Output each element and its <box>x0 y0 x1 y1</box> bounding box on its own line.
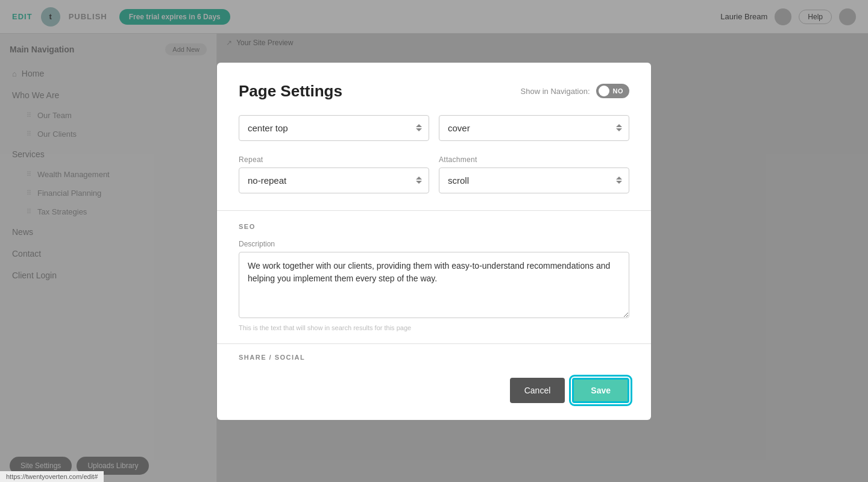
url-bar: https://twentyoverten.com/edit# <box>0 471 104 482</box>
repeat-select[interactable]: no-repeat repeat repeat-x repeat-y <box>239 167 429 193</box>
social-divider <box>217 343 651 344</box>
repeat-group: Repeat no-repeat repeat repeat-x repeat-… <box>239 155 429 193</box>
save-button[interactable]: Save <box>572 378 629 403</box>
description-label: Description <box>239 240 629 248</box>
modal-header: Page Settings Show in Navigation: NO <box>239 82 629 101</box>
modal-overlay[interactable]: Page Settings Show in Navigation: NO cen… <box>0 0 868 482</box>
cancel-button[interactable]: Cancel <box>510 378 565 403</box>
seo-label: SEO <box>239 223 629 230</box>
repeat-select-wrapper: no-repeat repeat repeat-x repeat-y <box>239 167 429 193</box>
attachment-select-wrapper: scroll fixed local <box>439 167 629 193</box>
modal-title: Page Settings <box>239 82 342 101</box>
description-hint: This is the text that will show in searc… <box>239 324 629 331</box>
attachment-label: Attachment <box>439 155 629 164</box>
description-textarea[interactable]: We work together with our clients, provi… <box>239 252 629 318</box>
toggle-knob <box>599 86 609 96</box>
show-in-navigation-toggle[interactable]: NO <box>596 84 630 98</box>
modal-footer: Cancel Save <box>239 378 629 403</box>
position-select-wrapper: center top center center center bottom l… <box>239 115 429 141</box>
seo-divider <box>217 210 651 211</box>
toggle-state: NO <box>613 87 624 95</box>
social-label: SHARE / SOCIAL <box>239 354 629 361</box>
position-size-row: center top center center center bottom l… <box>239 115 629 141</box>
size-select-wrapper: cover contain auto <box>439 115 629 141</box>
position-select[interactable]: center top center center center bottom l… <box>239 115 429 141</box>
page-settings-modal: Page Settings Show in Navigation: NO cen… <box>217 63 651 420</box>
nav-toggle-label: Show in Navigation: <box>521 87 590 96</box>
repeat-label: Repeat <box>239 155 429 164</box>
nav-toggle-group: Show in Navigation: NO <box>521 84 629 98</box>
repeat-attachment-row: Repeat no-repeat repeat repeat-x repeat-… <box>239 155 629 193</box>
attachment-select[interactable]: scroll fixed local <box>439 167 629 193</box>
attachment-group: Attachment scroll fixed local <box>439 155 629 193</box>
size-select[interactable]: cover contain auto <box>439 115 629 141</box>
